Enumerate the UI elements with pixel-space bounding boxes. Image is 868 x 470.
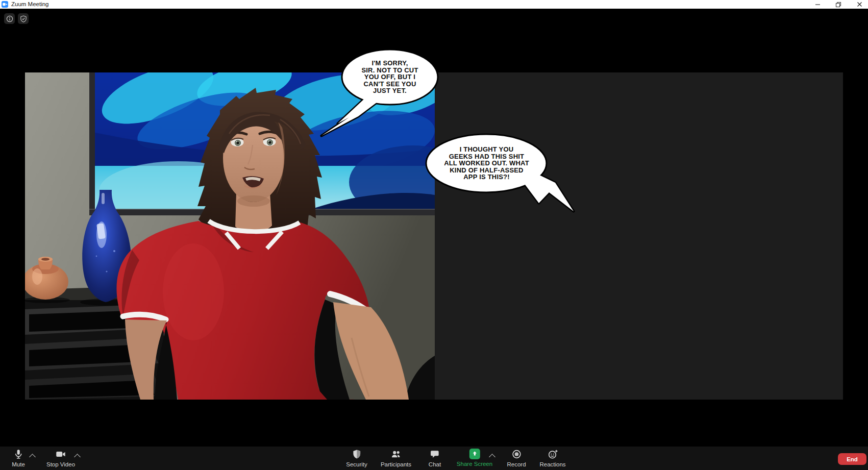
record-label: Record	[507, 461, 526, 467]
security-button[interactable]: Security	[346, 449, 367, 467]
participants-label: Participants	[381, 461, 411, 467]
stop-video-button[interactable]: Stop Video	[46, 449, 75, 467]
window-title: Zuum Meeting	[11, 0, 49, 9]
remote-participant-tile	[435, 72, 843, 400]
record-icon	[511, 449, 522, 460]
restore-button[interactable]	[830, 0, 847, 9]
reactions-icon	[547, 449, 559, 460]
painting-frame	[89, 72, 95, 215]
shield-check-icon	[20, 15, 27, 22]
mute-label: Mute	[12, 461, 25, 467]
mute-menu-chevron[interactable]	[29, 454, 36, 460]
share-screen-icon	[469, 449, 480, 459]
share-screen-button[interactable]: Share Screen	[457, 449, 492, 467]
reactions-button[interactable]: Reactions	[539, 449, 565, 467]
self-video-tile[interactable]	[25, 72, 435, 400]
reactions-label: Reactions	[539, 461, 565, 467]
video-camera-glyph	[2, 1, 8, 8]
microphone-icon	[13, 449, 24, 460]
stop-video-menu-chevron[interactable]	[74, 454, 81, 460]
record-button[interactable]: Record	[507, 449, 526, 467]
meeting-info-button[interactable]	[4, 13, 15, 24]
chat-button[interactable]: Chat	[429, 449, 441, 467]
self-video-scene	[25, 72, 435, 400]
info-icon	[6, 15, 13, 22]
meeting-content-area: I'M SORRY, SIR. NOT TO CUT YOU OFF, BUT …	[0, 9, 868, 447]
chat-label: Chat	[429, 461, 441, 467]
minimize-button[interactable]	[809, 0, 826, 9]
security-label: Security	[346, 461, 367, 467]
video-camera-icon	[55, 449, 67, 460]
mouth	[242, 176, 264, 188]
app-icon	[2, 1, 8, 8]
security-shield-icon	[351, 449, 362, 460]
end-meeting-button[interactable]: End	[838, 453, 866, 465]
encryption-status-button[interactable]	[18, 13, 29, 24]
participants-button[interactable]: Participants	[381, 449, 411, 467]
mute-button[interactable]: Mute	[12, 449, 25, 467]
share-screen-label: Share Screen	[457, 461, 492, 467]
chat-icon	[429, 449, 440, 460]
participants-icon	[390, 449, 402, 460]
meeting-toolbar: Mute Stop Video Security	[0, 447, 868, 470]
window-titlebar: Zuum Meeting	[0, 0, 868, 9]
zoom-meeting-window: Zuum Meeting	[0, 0, 868, 470]
stop-video-label: Stop Video	[46, 461, 75, 467]
close-button[interactable]	[851, 0, 867, 9]
